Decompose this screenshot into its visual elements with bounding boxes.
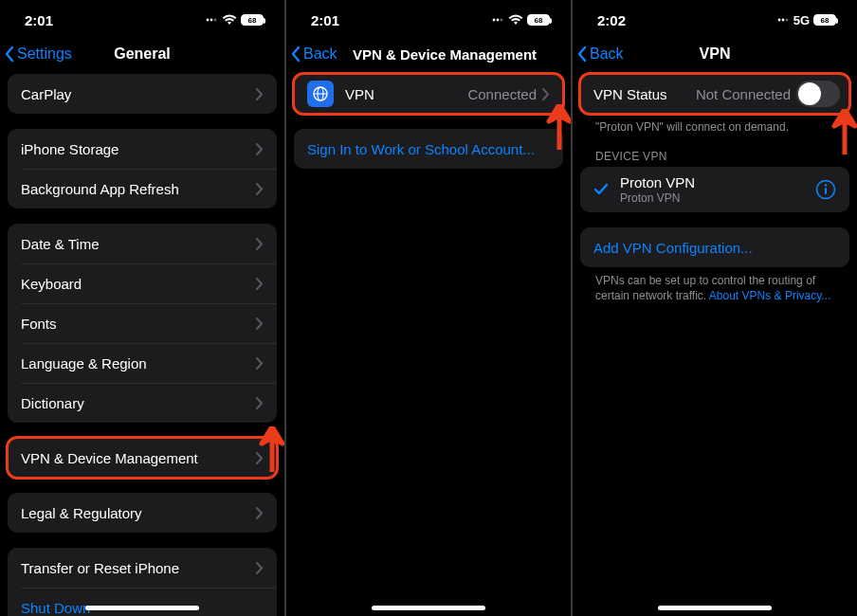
chevron-right-icon (542, 88, 550, 100)
status-right: 68 (491, 14, 550, 26)
chevron-right-icon (256, 317, 264, 330)
chevron-right-icon (256, 507, 264, 519)
annotation-arrow-icon (830, 109, 857, 154)
info-icon[interactable] (815, 179, 836, 200)
navbar: Settings General (0, 40, 284, 68)
row-label: VPN (345, 86, 467, 102)
nav-title: VPN & Device Management (353, 46, 537, 63)
status-bar: 2:02 5G 68 (573, 0, 857, 40)
home-indicator[interactable] (85, 606, 199, 610)
back-label: Back (590, 45, 624, 63)
row-label: VPN & Device Management (21, 450, 256, 466)
chevron-right-icon (256, 397, 264, 409)
row-label: Date & Time (21, 236, 256, 252)
row-label: VPN Status (593, 86, 696, 102)
svg-point-4 (497, 19, 500, 22)
hotspot-icon (491, 15, 504, 25)
row-vpn[interactable]: VPN Connected (294, 74, 563, 114)
row-vpn-device-mgmt[interactable]: VPN & Device Management (8, 438, 277, 478)
group-device-vpn: Proton VPN Proton VPN (580, 167, 849, 212)
row-vpn-status: VPN Status Not Connected (580, 74, 849, 114)
chevron-left-icon (290, 45, 301, 63)
row-shut-down[interactable]: Shut Down (8, 588, 277, 616)
vpn-globe-icon (307, 81, 334, 107)
back-button[interactable]: Back (290, 40, 337, 68)
ondemand-footer: "Proton VPN" will connect on demand. (580, 114, 849, 135)
group-signin: Sign In to Work or School Account... (294, 129, 563, 169)
back-label: Settings (17, 45, 72, 63)
row-label: Dictionary (21, 395, 256, 411)
row-keyboard[interactable]: Keyboard (8, 263, 277, 303)
hotspot-icon (776, 15, 790, 25)
row-add-vpn[interactable]: Add VPN Configuration... (580, 227, 849, 267)
row-label: Legal & Regulatory (21, 505, 256, 521)
chevron-right-icon (256, 143, 264, 155)
status-bar: 2:01 68 (286, 0, 571, 40)
hotspot-icon (205, 15, 218, 25)
group-vpn-highlight: VPN & Device Management (8, 438, 277, 478)
screen-vpn-mgmt: 2:01 68 Back VPN & Device Management VPN… (286, 0, 571, 616)
back-button[interactable]: Settings (4, 40, 72, 68)
row-label: Fonts (21, 316, 256, 332)
general-list[interactable]: CarPlay iPhone Storage Background App Re… (0, 74, 284, 616)
status-bar: 2:01 68 (0, 0, 284, 40)
row-label: CarPlay (21, 86, 256, 102)
svg-point-11 (785, 19, 788, 22)
nav-title: VPN (700, 45, 731, 63)
group-add-vpn: Add VPN Configuration... (580, 227, 849, 267)
vpn-name: Proton VPN (620, 174, 815, 190)
group-carplay: CarPlay (8, 74, 277, 114)
row-label: iPhone Storage (21, 141, 256, 157)
chevron-right-icon (256, 88, 264, 100)
svg-point-9 (777, 19, 780, 22)
nav-title: General (114, 45, 171, 63)
row-carplay[interactable]: CarPlay (8, 74, 277, 114)
row-dictionary[interactable]: Dictionary (8, 383, 277, 423)
chevron-right-icon (256, 562, 264, 574)
battery-icon: 68 (813, 14, 836, 26)
help-link[interactable]: About VPNs & Privacy... (709, 289, 831, 302)
vpn-status-toggle[interactable] (796, 81, 840, 107)
annotation-arrow-icon (545, 104, 571, 150)
vpn-help-footer: VPNs can be set up to control the routin… (580, 267, 849, 303)
group-legal: Legal & Regulatory (8, 493, 277, 533)
screen-vpn: 2:02 5G 68 Back VPN VPN Status Not Conne… (573, 0, 857, 616)
group-vpn-status-highlight: VPN Status Not Connected (580, 74, 849, 114)
row-signin[interactable]: Sign In to Work or School Account... (294, 129, 563, 169)
vpn-list[interactable]: VPN Status Not Connected "Proton VPN" wi… (573, 74, 857, 342)
network-label: 5G (793, 13, 810, 27)
row-legal[interactable]: Legal & Regulatory (8, 493, 277, 533)
chevron-right-icon (256, 183, 264, 195)
screen-general: 2:01 68 Settings General CarPlay iPhone … (0, 0, 284, 616)
row-language-region[interactable]: Language & Region (8, 343, 277, 383)
row-iphone-storage[interactable]: iPhone Storage (8, 129, 277, 169)
vpn-mgmt-list[interactable]: VPN Connected Sign In to Work or School … (286, 74, 571, 207)
row-date-time[interactable]: Date & Time (8, 224, 277, 263)
status-right: 5G 68 (776, 13, 836, 27)
annotation-arrow-icon (258, 426, 284, 472)
row-label: Language & Region (21, 355, 256, 371)
group-datetc: Date & Time Keyboard Fonts Language & Re… (8, 224, 277, 423)
row-label: Transfer or Reset iPhone (21, 560, 256, 576)
svg-point-13 (825, 184, 827, 186)
wifi-icon (508, 14, 523, 26)
svg-point-5 (501, 19, 503, 22)
chevron-right-icon (256, 278, 264, 290)
home-indicator[interactable] (658, 606, 772, 610)
svg-point-2 (214, 19, 217, 22)
svg-point-1 (210, 19, 213, 22)
svg-rect-14 (825, 188, 827, 194)
row-label: Add VPN Configuration... (593, 240, 836, 256)
status-time: 2:01 (25, 12, 53, 28)
home-indicator[interactable] (372, 606, 485, 610)
navbar: Back VPN (573, 40, 857, 68)
status-time: 2:02 (597, 12, 626, 28)
row-proton-vpn[interactable]: Proton VPN Proton VPN (580, 167, 849, 212)
wifi-icon (222, 14, 237, 26)
row-fonts[interactable]: Fonts (8, 303, 277, 343)
battery-icon: 68 (241, 14, 264, 26)
row-transfer-reset[interactable]: Transfer or Reset iPhone (8, 548, 277, 588)
row-background-refresh[interactable]: Background App Refresh (8, 169, 277, 208)
back-button[interactable]: Back (576, 40, 624, 68)
chevron-right-icon (256, 357, 264, 370)
